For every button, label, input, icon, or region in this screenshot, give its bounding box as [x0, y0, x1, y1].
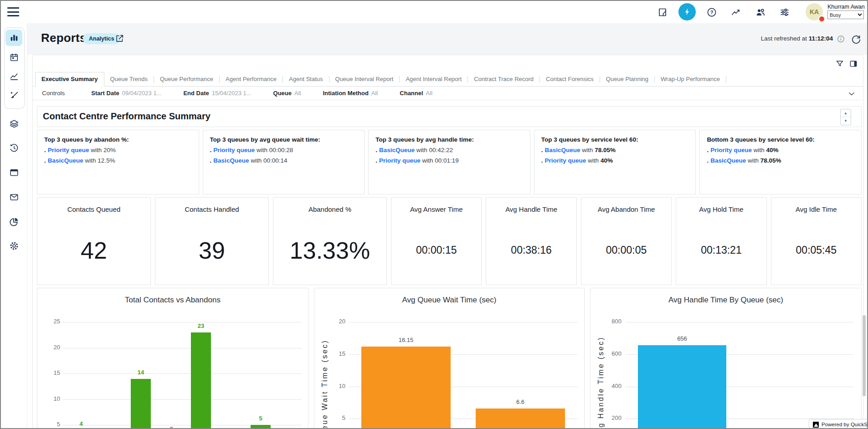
sidebar-item-mail[interactable] — [5, 189, 22, 205]
layers-icon — [9, 119, 19, 129]
tab-queue-performance[interactable]: Queue Performance — [154, 72, 219, 86]
gridline — [63, 322, 302, 322]
gridline — [63, 348, 302, 348]
queue-link[interactable]: BasicQueue — [213, 157, 249, 164]
insight-heading: Top 3 queues by service level 60: — [541, 136, 689, 143]
tab-queue-trends[interactable]: Queue Trends — [104, 72, 154, 86]
tab-agent-interval-report[interactable]: Agent Interval Report — [400, 72, 467, 86]
page-title: Reports — [41, 31, 87, 45]
queue-link[interactable]: Priority queue — [545, 157, 586, 164]
last-refreshed: Last refreshed at 11:12:04 — [761, 35, 833, 42]
y-tick-label: 15 — [41, 369, 60, 376]
tab-executive-summary[interactable]: Executive Summary — [35, 72, 104, 87]
y-tick-label: 10 — [326, 383, 345, 389]
sidebar-item-flows[interactable] — [5, 116, 22, 132]
info-icon[interactable] — [837, 35, 845, 43]
initiation-method-control[interactable]: Intiation MethodAll — [323, 90, 378, 97]
queue-link[interactable]: Priority queue — [710, 147, 752, 153]
kpi-avg-hold-time: Avg Hold Time00:13:21 — [676, 197, 766, 285]
left-sidebar — [1, 23, 27, 428]
insight-card-wait-time: Top 3 queues by avg queue wait time: .Pr… — [203, 130, 365, 194]
report-tabs: Executive Summary Queue Trends Queue Per… — [33, 74, 863, 87]
bar-chart-icon — [9, 33, 19, 43]
y-tick-label: 600 — [602, 350, 621, 357]
external-link-icon[interactable] — [115, 33, 125, 43]
y-tick-label: 10 — [41, 395, 60, 402]
kpi-contacts-queued: Contacts Queued42 — [37, 197, 151, 285]
queue-link[interactable]: BasicQueue — [379, 147, 415, 153]
bar-contacts[interactable] — [131, 379, 151, 429]
sidebar-item-design[interactable] — [5, 87, 22, 104]
sidebar-item-settings[interactable] — [5, 238, 22, 254]
bar-contacts[interactable] — [251, 425, 271, 429]
notes-icon[interactable] — [657, 7, 668, 18]
queue-link[interactable]: BasicQueue — [710, 157, 746, 164]
pager-up-icon[interactable]: ▲ — [841, 109, 851, 117]
sidebar-item-workspace[interactable] — [5, 164, 22, 181]
window-icon — [9, 168, 19, 178]
queue-link[interactable]: Priority queue — [379, 157, 421, 164]
tab-contract-trace-record[interactable]: Contract Trace Record — [468, 72, 539, 86]
settings-sliders-icon[interactable] — [779, 7, 790, 18]
help-icon[interactable]: ? — [706, 7, 717, 18]
tab-queue-planning[interactable]: Queue Planning — [600, 72, 654, 86]
sidebar-item-metrics[interactable] — [5, 68, 22, 85]
bar-value-label: 4 — [63, 420, 99, 427]
start-date-control[interactable]: Start Date09/04/2023 1... — [91, 90, 161, 97]
queue-link[interactable]: BasicQueue — [48, 157, 83, 164]
chart-title: Avg Handle Time By Queue (sec) — [591, 296, 861, 305]
filter-funnel-icon[interactable] — [835, 59, 844, 68]
bar-avg-queue-wait-time[interactable] — [361, 347, 451, 429]
chart-total-contacts-vs-abandons: Total Contacts vs Abandons 5101520254142… — [37, 288, 308, 429]
pager-down-icon[interactable]: ▼ — [841, 117, 851, 124]
y-tick-label: 5 — [326, 414, 345, 421]
insight-line: .Priority queue with 40% — [541, 157, 689, 164]
hamburger-menu-icon[interactable] — [7, 6, 19, 17]
y-tick-label: 20 — [326, 318, 345, 325]
queue-link[interactable]: Priority queue — [48, 147, 89, 153]
quick-actions-icon[interactable] — [678, 3, 696, 20]
sidebar-item-calendar[interactable] — [5, 49, 22, 66]
queue-link[interactable]: BasicQueue — [545, 147, 580, 153]
chart-avg-queue-wait-time: Avg Queue Wait Time (sec) 510152016.156.… — [314, 288, 585, 429]
bar-contacts[interactable] — [191, 332, 211, 429]
refresh-icon[interactable] — [851, 34, 862, 45]
tab-contact-forensics[interactable]: Contact Forensics — [540, 72, 600, 86]
pie-chart-icon — [9, 217, 19, 227]
chevron-down-icon[interactable] — [847, 90, 856, 98]
insight-line: .Priority queue with 40% — [707, 147, 854, 153]
design-brush-icon — [9, 91, 19, 101]
sidebar-item-reports[interactable] — [5, 30, 22, 46]
bar-avg-handle-time[interactable] — [638, 345, 726, 429]
quicksight-badge[interactable]: Powered by QuickSight — [809, 419, 868, 429]
insight-card-handle-time: Top 3 queues by avg handle time: .BasicQ… — [368, 130, 530, 194]
gear-icon — [9, 241, 19, 251]
agents-icon[interactable] — [755, 7, 766, 18]
channel-control[interactable]: ChannelAll — [400, 90, 432, 97]
tab-agent-performance[interactable]: Agent Performance — [220, 72, 282, 86]
y-tick-label: 25 — [41, 318, 60, 325]
bar-avg-queue-wait-time[interactable] — [476, 409, 565, 429]
controls-bar: Controls Start Date09/04/2023 1... End D… — [33, 87, 863, 100]
vertical-scrollbar[interactable] — [863, 315, 866, 396]
tab-queue-interval-report[interactable]: Queue Interval Report — [329, 72, 400, 86]
status-select[interactable]: Busy — [827, 10, 864, 19]
metrics-icon[interactable] — [730, 7, 741, 18]
kpi-avg-answer-time: Avg Answer Time00:00:15 — [391, 197, 482, 285]
queue-control[interactable]: QueueAll — [273, 90, 301, 97]
status-dot — [818, 15, 825, 22]
panel-popout-icon[interactable] — [849, 59, 858, 68]
end-date-control[interactable]: End Date15/04/2023 1... — [183, 90, 251, 97]
tab-agent-status[interactable]: Agent Status — [283, 72, 329, 86]
history-icon — [9, 143, 19, 153]
y-tick-label: 400 — [602, 383, 621, 389]
charts-row: Total Contacts vs Abandons 5101520254142… — [37, 288, 862, 429]
tab-wrap-up-performance[interactable]: Wrap-Up Performance — [655, 72, 726, 86]
y-axis-label: Avg Queue Wait Time (sec) — [321, 339, 329, 429]
sidebar-item-history[interactable] — [5, 140, 22, 156]
sheet-pager: ▲ ▼ — [840, 109, 851, 125]
sidebar-item-analytics[interactable] — [5, 214, 22, 230]
queue-link[interactable]: Priority queue — [213, 147, 255, 153]
insight-heading: Top 3 queues by avg handle time: — [375, 136, 523, 143]
insight-line: .Priority queue with 20% — [44, 147, 192, 153]
